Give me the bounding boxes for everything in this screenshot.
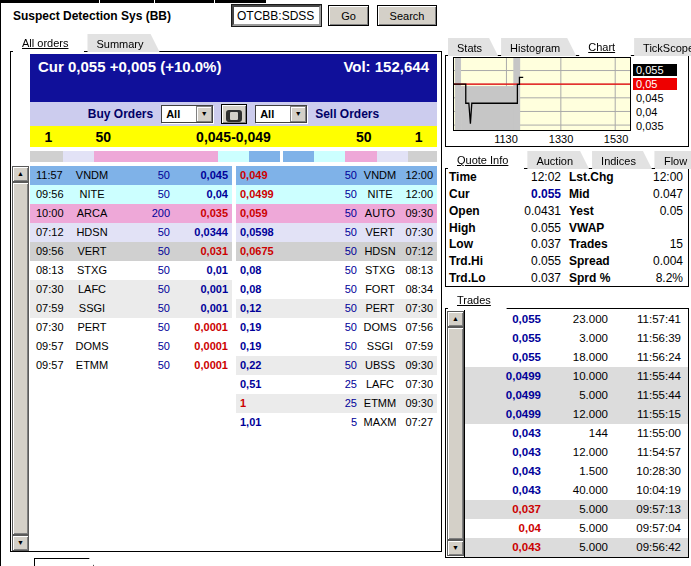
- chevron-down-icon[interactable]: ▼: [290, 106, 306, 122]
- bid-time: 07:30: [30, 280, 70, 299]
- ask-row[interactable]: 0,5125LAFC07:30: [236, 375, 437, 394]
- trades-scrollbar[interactable]: ▲ ▼: [447, 311, 464, 556]
- ask-mm: SSGI: [357, 337, 403, 356]
- search-button[interactable]: Search: [377, 5, 437, 26]
- tab-tickscope[interactable]: TickScope: [634, 38, 691, 56]
- bid-row[interactable]: 07:30LAFC500,001: [30, 280, 232, 299]
- trade-row[interactable]: 0,0553.00011:56:39: [465, 329, 688, 348]
- bid-price: 0,01: [170, 261, 232, 280]
- ask-size: 50: [300, 356, 357, 375]
- go-button[interactable]: Go: [328, 5, 369, 26]
- bid-row[interactable]: 11:57VNDM500,045: [30, 166, 232, 185]
- trade-row[interactable]: 0,05523.00011:57:41: [465, 310, 688, 329]
- bid-size: 50: [114, 280, 170, 299]
- tab-all-orders[interactable]: All orders: [13, 33, 84, 52]
- trade-row[interactable]: 0,04312.00011:54:57: [465, 443, 688, 462]
- tab-flow[interactable]: Flow: [655, 151, 691, 169]
- trade-row[interactable]: 0,05518.00011:56:24: [465, 348, 688, 367]
- bid-row[interactable]: 07:12HDSN500,0344: [30, 223, 232, 242]
- ask-row[interactable]: 0,067550HDSN07:12: [236, 242, 437, 261]
- scroll-down-icon[interactable]: ▼: [12, 535, 29, 551]
- ask-row[interactable]: 0,04950VNDM12:00: [236, 166, 437, 185]
- bid-time: 08:13: [30, 261, 70, 280]
- scroll-up-icon[interactable]: ▲: [12, 166, 29, 182]
- bid-size: 50: [114, 223, 170, 242]
- bid-row[interactable]: 09:56NITE500,04: [30, 185, 232, 204]
- ask-row[interactable]: 125ETMM09:30: [236, 394, 437, 413]
- bid-row[interactable]: 09:57ETMM500,0001: [30, 356, 232, 375]
- bid-time: 09:56: [30, 242, 70, 261]
- ask-mm: FORT: [357, 280, 403, 299]
- buy-filter-select[interactable]: All ▼: [161, 105, 213, 123]
- chain-link-icon: [226, 110, 242, 119]
- ask-row[interactable]: 0,1250PERT07:30: [236, 299, 437, 318]
- tab-chart[interactable]: Chart: [579, 37, 631, 56]
- bid-row[interactable]: 08:13STXG500,01: [30, 261, 232, 280]
- trade-time: 11:55:44: [608, 386, 688, 405]
- ask-row[interactable]: 0,0850STXG08:13: [236, 261, 437, 280]
- tab-trades[interactable]: Trades: [448, 290, 507, 309]
- tab-stats[interactable]: Stats: [448, 38, 498, 56]
- bid-row[interactable]: 09:56VERT500,031: [30, 242, 232, 261]
- link-filters-button[interactable]: [221, 104, 247, 124]
- symbol-input[interactable]: [232, 5, 321, 26]
- trade-row[interactable]: 0,0431.50010:28:30: [465, 462, 688, 481]
- trade-time: 11:57:41: [608, 310, 688, 329]
- scroll-down-icon[interactable]: ▼: [447, 540, 464, 556]
- trade-row[interactable]: 0,04314411:55:00: [465, 424, 688, 443]
- ask-row[interactable]: 1,015MAXM07:27: [236, 413, 437, 432]
- tab-label: TickScope: [643, 42, 691, 54]
- tab-label: Indices: [601, 155, 636, 167]
- trade-row[interactable]: 0,049910.00011:55:44: [465, 367, 688, 386]
- chevron-down-icon[interactable]: ▼: [196, 106, 212, 122]
- trade-row[interactable]: 0,045.00009:57:04: [465, 519, 688, 538]
- ask-row[interactable]: 0,1950SSGI07:59: [236, 337, 437, 356]
- bid-row[interactable]: 09:57DOMS500,0001: [30, 337, 232, 356]
- ask-row[interactable]: 0,0850FORT08:34: [236, 280, 437, 299]
- scrollbar-thumb[interactable]: [447, 327, 464, 540]
- tab-indices[interactable]: Indices: [592, 151, 652, 169]
- quote-row: Trd.Lo0.037Sprd %8.2%: [446, 269, 688, 286]
- ask-size: 50: [300, 337, 357, 356]
- tab-summary[interactable]: Summary: [87, 34, 159, 52]
- ask-price: 0,0499: [236, 185, 300, 204]
- ask-row[interactable]: 0,05950AUTO09:30: [236, 204, 437, 223]
- scrollbar-thumb[interactable]: [12, 182, 29, 535]
- ask-price: 1,01: [236, 413, 300, 432]
- trade-row[interactable]: 0,0435.00009:56:42: [465, 538, 688, 557]
- sell-orders-label: Sell Orders: [315, 107, 379, 121]
- quote-value: 0.004: [627, 254, 688, 268]
- ask-row[interactable]: 0,1950DOMS07:56: [236, 318, 437, 337]
- bid-row[interactable]: 10:00ARCA2000,035: [30, 204, 232, 223]
- bid-price: 0,0001: [170, 337, 232, 356]
- ask-price: 0,22: [236, 356, 300, 375]
- analysis-tabbar: StatsHistogramChartTickScope: [448, 37, 691, 56]
- trade-size: 5.000: [541, 519, 608, 538]
- trade-size: 40.000: [541, 481, 608, 500]
- bid-mm: PERT: [70, 318, 114, 337]
- tab-quote-info[interactable]: Quote Info: [448, 150, 524, 169]
- tab-label: Flow: [664, 155, 687, 167]
- trade-size: 12.000: [541, 443, 608, 462]
- trade-row[interactable]: 0,04340.00010:04:19: [465, 481, 688, 500]
- bid-mm: VNDM: [70, 166, 114, 185]
- trade-row[interactable]: 0,0375.00009:57:13: [465, 500, 688, 519]
- depth-segment-blue: [249, 151, 280, 162]
- order-book-scrollbar[interactable]: ▲ ▼: [12, 166, 29, 551]
- bid-row[interactable]: 07:59SSGI500,001: [30, 299, 232, 318]
- ask-row[interactable]: 0,049950NITE12:00: [236, 185, 437, 204]
- tab-histogram[interactable]: Histogram: [501, 38, 576, 56]
- bid-size: 50: [67, 129, 140, 145]
- scroll-up-icon[interactable]: ▲: [447, 311, 464, 327]
- bid-row[interactable]: 07:30PERT500,0001: [30, 318, 232, 337]
- trade-price: 0,055: [465, 348, 541, 367]
- quote-label: Trd.Hi: [449, 254, 501, 268]
- trade-row[interactable]: 0,049912.00011:55:15: [465, 405, 688, 424]
- sell-filter-select[interactable]: All ▼: [255, 105, 307, 123]
- ask-mm: PERT: [357, 299, 403, 318]
- trade-row[interactable]: 0,04995.00011:55:44: [465, 386, 688, 405]
- tab-auction[interactable]: Auction: [527, 151, 589, 169]
- ask-price: 0,12: [236, 299, 300, 318]
- ask-row[interactable]: 0,059850VERT07:30: [236, 223, 437, 242]
- ask-row[interactable]: 0,2250UBSS09:30: [236, 356, 437, 375]
